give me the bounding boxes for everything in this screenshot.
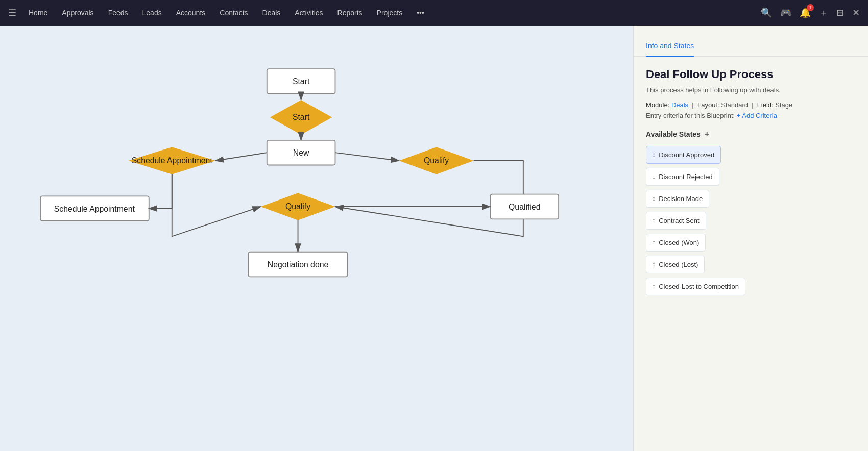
add-icon[interactable]: ＋ (819, 7, 828, 19)
top-navigation: ☰ Home Approvals Feeds Leads Accounts Co… (0, 0, 868, 26)
module-label: Module: (646, 101, 669, 109)
nav-deals[interactable]: Deals (256, 6, 287, 20)
nav-more[interactable]: ••• (411, 6, 430, 20)
svg-text:Start: Start (293, 113, 310, 121)
drag-icon: :: (653, 261, 655, 267)
state-label: Discount Rejected (659, 173, 713, 181)
field-value: Stage (775, 101, 792, 109)
nav-reports[interactable]: Reports (331, 6, 369, 20)
svg-text:Qualify: Qualify (424, 156, 449, 165)
state-item-closed-lost[interactable]: ::Closed (Lost) (646, 256, 705, 273)
drag-icon: :: (653, 195, 655, 202)
entry-criteria: Entry criteria for this Blueprint: + Add… (646, 112, 856, 119)
nav-home[interactable]: Home (22, 6, 54, 20)
nav-feeds[interactable]: Feeds (102, 6, 134, 20)
svg-text:New: New (293, 148, 309, 157)
layout-label: Layout: (697, 101, 719, 109)
nav-contacts[interactable]: Contacts (213, 6, 254, 20)
svg-text:Schedule Appointment: Schedule Appointment (54, 205, 135, 213)
canvas-area[interactable]: Start Start New Schedule Appointment Qua… (0, 26, 633, 451)
states-list: ::Discount Approved::Discount Rejected::… (646, 146, 856, 295)
available-states-title: Available States (646, 130, 701, 138)
process-description: This process helps in Following up with … (646, 86, 856, 94)
state-label: Contract Sent (659, 217, 700, 224)
panel-body: Deal Follow Up Process This process help… (634, 57, 868, 306)
state-label: Closed (Lost) (659, 261, 698, 268)
state-item-contract-sent[interactable]: ::Contract Sent (646, 212, 706, 230)
layout-icon[interactable]: ⊟ (836, 7, 844, 18)
entry-criteria-label: Entry criteria for this Blueprint: (646, 112, 735, 119)
state-item-closed-won[interactable]: ::Closed (Won) (646, 234, 706, 252)
notification-badge: 1 (807, 4, 814, 11)
layout-value: Standard (721, 101, 748, 109)
drag-icon: :: (653, 283, 655, 289)
drag-icon: :: (653, 173, 655, 180)
nav-activities[interactable]: Activities (288, 6, 329, 20)
svg-text:Start: Start (293, 77, 310, 86)
available-states-header: Available States + (646, 130, 856, 139)
svg-text:Schedule Appointment: Schedule Appointment (132, 156, 213, 165)
panel-header: Info and States (634, 26, 868, 57)
nav-icons: 🔍 🎮 🔔 1 ＋ ⊟ ✕ (761, 7, 860, 19)
state-label: Decision Made (659, 195, 703, 203)
drag-icon: :: (653, 152, 655, 158)
state-label: Closed (Won) (659, 239, 699, 246)
process-title: Deal Follow Up Process (646, 67, 856, 82)
state-item-closed-lost-competition[interactable]: ::Closed-Lost to Competition (646, 278, 745, 295)
right-panel: Info and States Deal Follow Up Process T… (633, 26, 868, 451)
svg-text:Negotiation done: Negotiation done (268, 260, 329, 269)
drag-icon: :: (653, 217, 655, 223)
panel-tabs: Info and States (646, 36, 856, 56)
svg-text:Qualified: Qualified (509, 203, 540, 211)
state-label: Closed-Lost to Competition (659, 283, 739, 290)
drag-icon: :: (653, 239, 655, 245)
notifications-icon[interactable]: 🔔 1 (800, 7, 811, 18)
nav-approvals[interactable]: Approvals (56, 6, 100, 20)
gamepad-icon[interactable]: 🎮 (780, 7, 791, 18)
flow-diagram: Start Start New Schedule Appointment Qua… (0, 26, 633, 451)
state-label: Discount Approved (659, 151, 714, 159)
search-icon[interactable]: 🔍 (761, 7, 772, 18)
nav-accounts[interactable]: Accounts (170, 6, 212, 20)
svg-line-11 (215, 153, 267, 161)
module-link[interactable]: Deals (671, 101, 688, 109)
main-layout: Start Start New Schedule Appointment Qua… (0, 26, 868, 451)
state-item-decision-made[interactable]: ::Decision Made (646, 190, 709, 208)
svg-text:Qualify: Qualify (285, 202, 310, 211)
process-module: Module: Deals | Layout: Standard | Field… (646, 101, 856, 109)
field-label: Field: (757, 101, 774, 109)
close-icon[interactable]: ✕ (852, 7, 860, 18)
add-state-button[interactable]: + (705, 130, 709, 139)
state-item-discount-rejected[interactable]: ::Discount Rejected (646, 168, 719, 186)
add-criteria-link[interactable]: + Add Criteria (737, 112, 777, 119)
nav-projects[interactable]: Projects (371, 6, 409, 20)
svg-line-14 (335, 153, 399, 161)
menu-icon[interactable]: ☰ (8, 7, 16, 18)
state-item-discount-approved[interactable]: ::Discount Approved (646, 146, 721, 164)
tab-info-states[interactable]: Info and States (646, 36, 694, 57)
nav-leads[interactable]: Leads (136, 6, 168, 20)
